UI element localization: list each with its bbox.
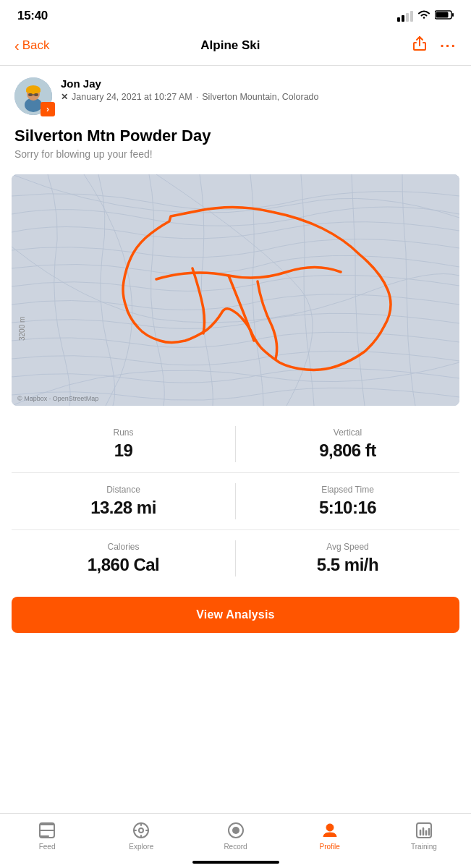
user-name[interactable]: Jon Jay (61, 77, 457, 90)
svg-rect-8 (28, 93, 33, 96)
stats-row-2: Distance 13.28 mi Elapsed Time 5:10:16 (12, 473, 459, 530)
stat-elapsed: Elapsed Time 5:10:16 (236, 485, 459, 518)
map-watermark: © Mapbox · OpenStreetMap (17, 395, 98, 402)
tab-record[interactable]: Record (188, 814, 282, 854)
distance-value: 13.28 mi (19, 498, 228, 518)
tab-feed[interactable]: Feed (0, 814, 94, 854)
stat-distance: Distance 13.28 mi (12, 485, 235, 518)
more-button[interactable]: ··· (440, 36, 457, 55)
view-analysis-button[interactable]: View Analysis (12, 597, 459, 633)
training-icon (415, 821, 433, 840)
feed-tab-label: Feed (39, 843, 56, 851)
explore-tab-label: Explore (129, 843, 153, 851)
stats-grid: Runs 19 Vertical 9,806 ft Distance 13.28… (0, 416, 471, 587)
tab-training[interactable]: Training (377, 814, 471, 854)
tab-profile[interactable]: Profile (283, 814, 377, 854)
strava-badge: › (41, 102, 55, 116)
stats-row-3: Calories 1,860 Cal Avg Speed 5.5 mi/h (12, 530, 459, 587)
record-tab-label: Record (224, 843, 247, 851)
svg-rect-7 (26, 90, 41, 93)
avgspeed-label: Avg Speed (243, 542, 452, 552)
activity-title: Silverton Mtn Powder Day (14, 127, 457, 145)
strava-x-icon: ✕ (61, 92, 68, 102)
meta-dot: · (196, 92, 198, 102)
analysis-btn-container: View Analysis (0, 587, 471, 644)
activity-map[interactable]: 3200 m © Mapbox · OpenStreetMap (12, 174, 459, 406)
runs-value: 19 (19, 441, 228, 461)
stats-row-1: Runs 19 Vertical 9,806 ft (12, 416, 459, 473)
elapsed-label: Elapsed Time (243, 485, 452, 495)
status-bar: 15:40 (0, 0, 471, 29)
svg-text:3200 m: 3200 m (18, 317, 26, 341)
calories-value: 1,860 Cal (19, 555, 228, 575)
activity-title-section: Silverton Mtn Powder Day Sorry for blowi… (0, 124, 471, 164)
avatar[interactable]: › (14, 77, 52, 115)
stat-calories: Calories 1,860 Cal (12, 542, 235, 575)
profile-icon (321, 821, 339, 840)
avgspeed-value: 5.5 mi/h (243, 555, 452, 575)
status-time: 15:40 (17, 9, 48, 23)
nav-title: Alpine Ski (200, 38, 260, 53)
svg-rect-9 (34, 93, 38, 96)
back-label: Back (22, 38, 50, 53)
distance-label: Distance (19, 485, 228, 495)
status-icons (397, 9, 454, 22)
svg-point-17 (232, 827, 239, 834)
svg-rect-2 (436, 12, 449, 18)
profile-tab-label: Profile (320, 843, 340, 851)
calories-label: Calories (19, 542, 228, 552)
user-section: › Jon Jay ✕ January 24, 2021 at 10:27 AM… (0, 66, 471, 124)
runs-label: Runs (19, 427, 228, 438)
map-topo: 3200 m (12, 174, 459, 406)
signal-icon (397, 11, 413, 22)
tab-explore[interactable]: Explore (94, 814, 188, 854)
nav-actions: ··· (411, 35, 457, 56)
stat-runs: Runs 19 (12, 427, 235, 461)
activity-subtitle: Sorry for blowing up your feed! (14, 148, 457, 160)
record-icon (226, 821, 245, 840)
training-tab-label: Training (411, 843, 437, 851)
svg-rect-1 (452, 13, 454, 17)
svg-point-15 (139, 828, 143, 833)
vertical-label: Vertical (243, 427, 452, 438)
stat-vertical: Vertical 9,806 ft (236, 427, 459, 461)
activity-location: Silverton Mountain, Colorado (202, 92, 318, 102)
svg-point-18 (326, 824, 334, 831)
elapsed-value: 5:10:16 (243, 498, 452, 518)
battery-icon (435, 9, 454, 22)
share-button[interactable] (411, 35, 428, 56)
user-meta: ✕ January 24, 2021 at 10:27 AM · Silvert… (61, 92, 457, 102)
vertical-value: 9,806 ft (243, 441, 452, 461)
back-button[interactable]: ‹ Back (14, 38, 49, 53)
home-indicator (192, 861, 279, 864)
stat-avgspeed: Avg Speed 5.5 mi/h (236, 542, 459, 575)
tab-bar: Feed Explore Record Profil (0, 813, 471, 868)
back-chevron-icon: ‹ (14, 38, 20, 53)
wifi-icon (417, 9, 430, 22)
feed-icon (38, 821, 56, 840)
nav-bar: ‹ Back Alpine Ski ··· (0, 29, 471, 66)
explore-icon (132, 821, 150, 840)
user-info: Jon Jay ✕ January 24, 2021 at 10:27 AM ·… (61, 77, 457, 102)
activity-date: January 24, 2021 at 10:27 AM (72, 92, 192, 102)
